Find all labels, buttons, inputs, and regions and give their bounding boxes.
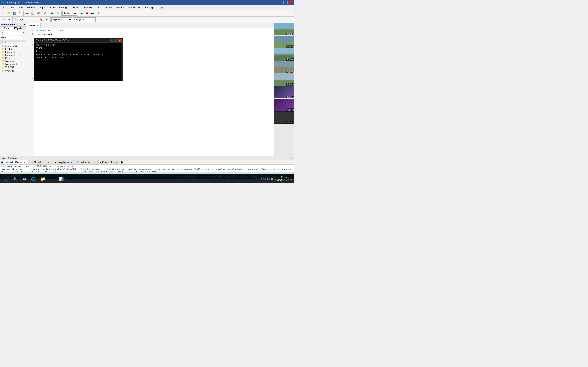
build-button[interactable]: 🔨 — [55, 11, 61, 16]
menu-search[interactable]: Search — [25, 5, 36, 10]
scope-dropdown[interactable]: <global> — [52, 17, 72, 22]
taskbar-edge-icon[interactable]: 🌐 — [30, 175, 37, 183]
path-dropdown-button[interactable]: ▼ — [23, 31, 25, 34]
tree-item-perflogs[interactable]: 📁 PerfLogs — [0, 48, 26, 51]
terminal-minimize-button[interactable]: ─ — [110, 39, 113, 42]
menu-edit[interactable]: Edit — [8, 5, 16, 10]
sidebar-close-icon[interactable]: ✕ — [23, 23, 25, 26]
menu-help[interactable]: Help — [156, 5, 165, 10]
tree-item-users[interactable]: 📁 Users — [0, 57, 26, 60]
editor-tab-main[interactable]: main.c ✕ — [26, 23, 41, 28]
bottom-tab-fortran[interactable]: F Fortran info ✕ — [75, 160, 98, 165]
menu-tools-plus[interactable]: Tools+ — [103, 5, 114, 10]
tree-item-windowsold[interactable]: 📁 Windows.old — [0, 63, 26, 66]
path-input[interactable] — [4, 31, 22, 35]
indent-button[interactable]: → — [26, 17, 31, 22]
debug-step-button[interactable]: ⬇ — [95, 11, 101, 16]
tree-item-xunlei-cloud[interactable]: 📁 迅雷云盘 — [0, 69, 26, 73]
taskbar-app6-icon[interactable]: 🗂 — [76, 175, 83, 183]
screenshot-14[interactable]: 截图(14) — [274, 23, 294, 35]
search-taskbar-button[interactable]: 🔍 — [11, 175, 19, 183]
terminal-maximize-button[interactable]: □ — [114, 39, 117, 42]
debug-run-button[interactable]: ▶ — [79, 11, 84, 16]
bottom-tab-closedfiles[interactable]: ■ Closed files ✕ — [98, 160, 120, 165]
bottom-tab-doxyblocks-close[interactable]: ✕ — [71, 161, 73, 164]
tree-item-mingw[interactable]: 📁 mingw-w64-v... — [0, 45, 26, 48]
terminal-scrollbar[interactable] — [121, 43, 123, 81]
menu-settings[interactable]: Settings — [143, 5, 156, 10]
bottom-tab-codeblocks-close[interactable]: ✕ — [24, 161, 26, 164]
bottom-tab-fortran-close[interactable]: ✕ — [93, 161, 95, 164]
menu-plugins[interactable]: Plugins — [114, 5, 126, 10]
debug-stop-button[interactable]: ⏹ — [85, 11, 90, 16]
show-desktop-button[interactable]: ▭ — [288, 178, 292, 180]
menu-doxyblocks[interactable]: DoxyBlocks — [126, 5, 143, 10]
tree-item-xunlei-download[interactable]: 📁 迅雷下载 — [0, 66, 26, 69]
menu-wxsmith[interactable]: wxSmith — [80, 5, 94, 10]
bottom-tab-search[interactable]: 🔍 Search re... ✕ — [28, 160, 52, 165]
tree-item-programfilesx86[interactable]: 📁 Program Files (... — [0, 54, 26, 57]
screenshot-98[interactable]: 截图(98) — [274, 99, 294, 111]
maximize-button[interactable]: □ — [284, 1, 288, 4]
menu-debug[interactable]: Debug — [57, 5, 69, 10]
replace-button[interactable]: ⟳ — [19, 17, 24, 22]
save-button[interactable]: 💾 — [12, 11, 17, 16]
clock[interactable]: 22:40 2021/12/13 — [275, 176, 287, 182]
tab-close-icon[interactable]: ✕ — [36, 24, 38, 26]
bottom-scrollbar[interactable] — [0, 173, 294, 174]
comment-button[interactable]: // — [44, 17, 49, 22]
debug-dropdown[interactable]: Debug Release — [62, 11, 77, 16]
taskbar-app5-icon[interactable]: 🖥 — [67, 175, 74, 183]
minimize-button[interactable]: ─ — [279, 1, 283, 4]
terminal-close-button[interactable]: ✕ — [118, 39, 121, 42]
undo-button[interactable]: ↩ — [1, 17, 6, 22]
menu-tools[interactable]: Tools — [94, 5, 103, 10]
tree-item-windows[interactable]: 📁 Windows — [0, 60, 26, 63]
bottom-tab-doxyblocks[interactable]: ■ DoxyBlocks ✕ — [52, 160, 75, 165]
screenshot-84[interactable]: 截图(84) — [274, 86, 294, 98]
menu-fortran[interactable]: Fortran — [69, 5, 80, 10]
sidebar-tab-symbols[interactable]: FSymbo... — [13, 27, 26, 30]
menu-project[interactable]: Project — [36, 5, 48, 10]
taskbar-app3-icon[interactable]: 🗒 — [48, 175, 56, 183]
taskbar-app4-icon[interactable]: 📊 — [57, 175, 65, 183]
bottom-panel-close[interactable]: ✕ — [290, 157, 292, 159]
bottom-tab-codeblocks[interactable]: ■ Code::Blocks ✕ — [4, 160, 28, 165]
screenshot-111[interactable]: 截图(111) — [274, 111, 294, 124]
screenshot-28[interactable]: 截图(28) — [274, 35, 294, 48]
start-button[interactable]: ⊞ — [2, 175, 10, 183]
tree-item-c[interactable]: 💾 C\ — [0, 42, 26, 45]
redo-button[interactable]: ↪ — [6, 17, 11, 22]
taskview-button[interactable]: ⧉ — [21, 175, 28, 183]
sidebar-tab-files[interactable]: Files — [0, 27, 13, 30]
screenshot-70[interactable]: 截图(70) — [274, 73, 294, 86]
screenshot-56[interactable]: 截图(56) — [274, 61, 294, 73]
menu-build[interactable]: Build — [48, 5, 57, 10]
bottom-tab-closedfiles-close[interactable]: ✕ — [116, 161, 118, 164]
open-button[interactable]: 📂 — [6, 11, 11, 16]
search-button[interactable]: 🔍 — [14, 17, 19, 22]
bottom-tabs-scroll-left[interactable]: ◀ — [0, 160, 4, 165]
cut-button[interactable]: ✂ — [25, 11, 30, 16]
taskbar-explorer-icon[interactable]: 📁 — [39, 175, 46, 183]
close-button[interactable]: ✕ — [288, 1, 292, 4]
screenshot-42[interactable]: 截图(42) — [274, 48, 294, 60]
bottom-tab-search-close[interactable]: ✕ — [48, 161, 50, 164]
tree-item-programfiles[interactable]: 📁 Program Files — [0, 51, 26, 54]
settings-button[interactable]: ⚙ — [43, 11, 48, 16]
path-back-button[interactable]: ◀ — [1, 31, 3, 34]
paste-button[interactable]: 📌 — [36, 11, 41, 16]
bottom-tabs-scroll-right[interactable]: ▶ — [120, 160, 124, 165]
copy-button[interactable]: 📋 — [30, 11, 35, 16]
unindent-button[interactable]: ← — [32, 17, 37, 22]
mask-input[interactable] — [7, 36, 22, 40]
bookmark-button[interactable]: 🔖 — [39, 17, 44, 22]
run-button[interactable]: ▶ — [50, 11, 55, 16]
debug-next-button[interactable]: ⏭ — [90, 11, 95, 16]
save-all-button[interactable]: 🗂 — [17, 11, 23, 16]
menu-file[interactable]: File — [0, 5, 8, 10]
function-dropdown[interactable]: main() : int — [73, 17, 95, 22]
new-file-button[interactable]: 📄 — [1, 11, 6, 16]
tray-chevron[interactable]: ∧ — [261, 178, 262, 180]
menu-view[interactable]: View — [16, 5, 25, 10]
